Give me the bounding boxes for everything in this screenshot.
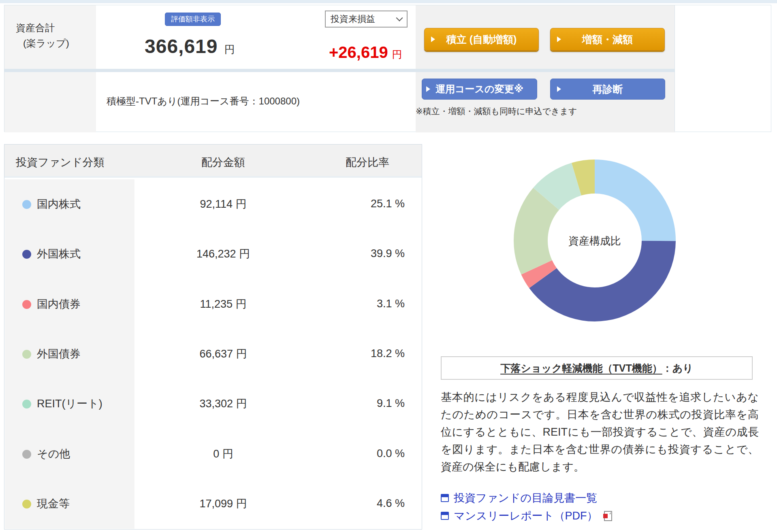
- category-color-dot: [22, 400, 31, 409]
- allocation-amount: 66,637 円: [154, 347, 292, 361]
- category-color-dot: [22, 250, 31, 259]
- page: 資産合計 (楽ラップ) 運用コース 評価額非表示 366,619 円 投資来損益…: [0, 0, 777, 532]
- allocation-ratio: 4.6 %: [316, 497, 405, 510]
- category-color-dot: [22, 350, 31, 359]
- course-value: 積極型-TVTあり(運用コース番号：1000800): [107, 95, 300, 108]
- table-row: 外国株式146,232 円39.9 %: [4, 229, 422, 279]
- donut-center-label: 資産構成比: [542, 234, 647, 248]
- row-separator: [4, 69, 675, 72]
- prospectus-link[interactable]: 投資ファンドの目論見書一覧: [441, 491, 597, 505]
- fund-table-body: 国内株式92,114 円25.1 %外国株式146,232 円39.9 %国内債…: [4, 179, 422, 529]
- allocation-amount: 92,114 円: [154, 196, 292, 211]
- table-row: 国内株式92,114 円25.1 %: [4, 179, 422, 229]
- table-row: 外国債券66,637 円18.2 %: [4, 329, 422, 379]
- fund-category-label: その他: [37, 446, 70, 461]
- total-amount-value: 366,619: [145, 35, 218, 57]
- allocation-amount: 17,099 円: [154, 496, 292, 511]
- course-change-button-label: 運用コースの変更※: [435, 83, 523, 96]
- monthly-report-link-label: マンスリーレポート（PDF）: [454, 509, 598, 523]
- rediagnosis-button-label: 再診断: [593, 83, 623, 96]
- total-amount-unit: 円: [224, 43, 235, 57]
- chevron-down-icon: [396, 15, 403, 21]
- profit-row: +26,619 円: [329, 43, 402, 62]
- fund-category-label: 国内株式: [37, 196, 81, 211]
- header-allocation-amount: 配分金額: [150, 155, 296, 170]
- window-icon: [441, 512, 449, 520]
- allocation-amount: 0 円: [154, 446, 292, 461]
- arrow-right-icon: [431, 36, 435, 42]
- allocation-ratio: 18.2 %: [316, 347, 405, 360]
- category-color-dot: [22, 500, 31, 509]
- fund-category-label: 国内債券: [37, 296, 81, 311]
- monthly-report-link[interactable]: マンスリーレポート（PDF）: [441, 509, 612, 523]
- table-row: その他0 円0.0 %: [4, 429, 422, 479]
- change-count-panel: 変更可能回数 ? 12 回: [675, 5, 771, 132]
- tvt-feature-box: 下落ショック軽減機能（TVT機能）：あり: [441, 356, 753, 380]
- top-strip: [0, 0, 777, 3]
- rediagnosis-button[interactable]: 再診断: [550, 79, 665, 100]
- pdf-icon: [604, 511, 612, 521]
- allocation-ratio: 39.9 %: [316, 247, 405, 260]
- category-color-dot: [22, 450, 31, 459]
- asset-summary-box: 資産合計 (楽ラップ) 運用コース 評価額非表示 366,619 円 投資来損益…: [4, 5, 771, 132]
- category-color-dot: [22, 300, 31, 309]
- window-icon: [441, 494, 449, 502]
- header-allocation-ratio: 配分比率: [328, 155, 407, 170]
- hide-valuation-button[interactable]: 評価額非表示: [165, 13, 221, 26]
- asset-total-label-cell: 資産合計 (楽ラップ): [4, 5, 96, 69]
- table-header-row: 投資ファンド分類 配分金額 配分比率: [4, 145, 422, 178]
- fund-category-label: 外国債券: [37, 347, 81, 361]
- total-amount-row: 366,619 円: [145, 35, 235, 57]
- fund-category-label: REIT(リート): [37, 396, 102, 411]
- arrow-right-icon: [557, 86, 561, 92]
- allocation-ratio: 0.0 %: [316, 447, 405, 460]
- tvt-feature-title: 下落ショック軽減機能（TVT機能）: [500, 362, 662, 375]
- header-fund-category: 投資ファンド分類: [16, 155, 105, 170]
- asset-total-label: 資産合計: [16, 21, 55, 34]
- donut-segment-国内株式: [595, 160, 676, 241]
- allocation-amount: 11,235 円: [154, 296, 292, 311]
- arrow-right-icon: [557, 36, 561, 42]
- table-row: REIT(リート)33,302 円9.1 %: [4, 379, 422, 429]
- profit-unit: 円: [392, 48, 402, 61]
- tvt-feature-status: ：あり: [662, 362, 693, 375]
- fund-allocation-table: 投資ファンド分類 配分金額 配分比率 国内株式92,114 円25.1 %外国株…: [4, 144, 422, 530]
- course-label-cell: 運用コース: [4, 72, 96, 132]
- tsumitate-button[interactable]: 積立 (自動増額): [424, 28, 539, 51]
- increase-decrease-button-label: 増額・減額: [582, 33, 633, 46]
- profit-period-select[interactable]: 投資来損益: [325, 11, 408, 28]
- table-row: 国内債券11,235 円3.1 %: [4, 279, 422, 329]
- increase-decrease-button[interactable]: 増額・減額: [550, 28, 665, 51]
- fund-category-label: 現金等: [37, 496, 70, 511]
- prospectus-link-label: 投資ファンドの目論見書一覧: [454, 491, 597, 505]
- donut-segment-外国株式: [529, 241, 676, 321]
- category-color-dot: [22, 200, 31, 209]
- profit-period-selected-value: 投資来損益: [331, 13, 375, 25]
- profit-value: +26,619: [329, 43, 388, 62]
- tsumitate-button-label: 積立 (自動増額): [446, 33, 517, 46]
- allocation-amount: 33,302 円: [154, 396, 292, 411]
- allocation-ratio: 9.1 %: [316, 398, 405, 410]
- allocation-ratio: 3.1 %: [316, 298, 405, 310]
- allocation-amount: 146,232 円: [154, 247, 292, 261]
- course-change-button[interactable]: 運用コースの変更※: [422, 79, 537, 100]
- asset-total-sublabel: (楽ラップ): [23, 37, 69, 50]
- allocation-ratio: 25.1 %: [316, 198, 405, 210]
- course-description: 基本的にはリスクをある程度見込んで収益性を追求したいあなたのためのコースです。日…: [441, 389, 759, 476]
- table-row: 現金等17,099 円4.6 %: [4, 479, 422, 529]
- simultaneous-application-note: ※積立・増額・減額も同時に申込できます: [416, 106, 577, 117]
- arrow-right-icon: [426, 86, 430, 92]
- fund-category-label: 外国株式: [37, 247, 81, 261]
